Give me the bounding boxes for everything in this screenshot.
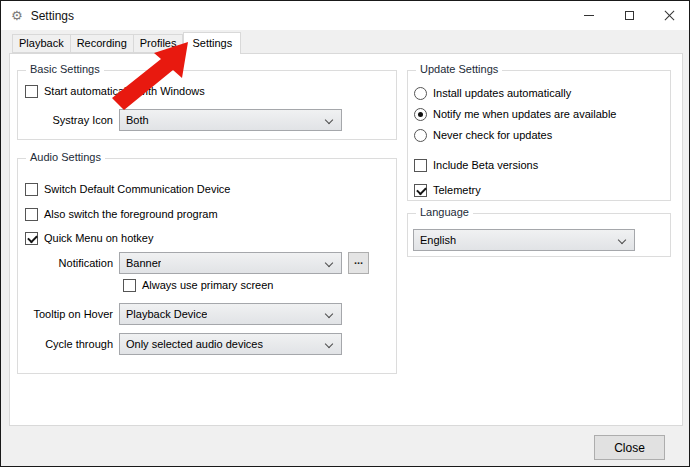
cycle-through-value: Only selected audio devices — [126, 338, 263, 350]
quick-menu-label: Quick Menu on hotkey — [44, 232, 153, 244]
never-check-label: Never check for updates — [433, 129, 552, 141]
include-beta-label: Include Beta versions — [433, 159, 538, 171]
minimize-button[interactable] — [569, 1, 609, 30]
window-title: Settings — [31, 9, 74, 23]
systray-icon-label: Systray Icon — [21, 112, 113, 128]
close-button[interactable]: Close — [594, 435, 665, 460]
window-controls — [569, 1, 689, 30]
cycle-through-label: Cycle through — [21, 336, 113, 352]
notify-updates-row: Notify me when updates are available — [414, 106, 616, 122]
close-window-button[interactable] — [649, 1, 689, 30]
language-value: English — [420, 234, 456, 246]
notification-value: Banner — [126, 257, 161, 269]
close-icon — [663, 9, 676, 22]
switch-comm-row: Switch Default Communication Device — [25, 181, 230, 197]
telemetry-row: Telemetry — [414, 182, 481, 198]
switch-foreground-row: Also switch the foreground program — [25, 206, 218, 222]
install-updates-label: Install updates automatically — [433, 87, 571, 99]
maximize-icon — [625, 11, 634, 20]
quick-menu-checkbox[interactable] — [25, 232, 38, 245]
language-title: Language — [416, 206, 473, 218]
always-primary-checkbox[interactable] — [123, 279, 136, 292]
tab-settings[interactable]: Settings — [183, 32, 241, 54]
telemetry-checkbox[interactable] — [414, 184, 427, 197]
never-check-row: Never check for updates — [414, 127, 552, 143]
install-updates-row: Install updates automatically — [414, 85, 571, 101]
chevron-down-icon — [325, 310, 333, 318]
switch-foreground-checkbox[interactable] — [25, 208, 38, 221]
settings-window: ⚙ Settings Playback Recording Profiles S… — [0, 0, 690, 467]
include-beta-checkbox[interactable] — [414, 159, 427, 172]
switch-foreground-label: Also switch the foreground program — [44, 208, 218, 220]
minimize-icon — [584, 15, 594, 16]
basic-settings-title: Basic Settings — [26, 63, 104, 75]
tooltip-hover-label: Tooltip on Hover — [21, 306, 113, 322]
chevron-down-icon — [325, 116, 333, 124]
tab-profiles[interactable]: Profiles — [134, 34, 184, 53]
install-updates-radio[interactable] — [414, 87, 427, 100]
always-primary-row: Always use primary screen — [123, 277, 273, 293]
chevron-down-icon — [618, 236, 626, 244]
switch-comm-label: Switch Default Communication Device — [44, 183, 230, 195]
audio-settings-title: Audio Settings — [26, 151, 105, 163]
telemetry-label: Telemetry — [433, 184, 481, 196]
systray-icon-value: Both — [126, 114, 149, 126]
tooltip-hover-combo[interactable]: Playback Device — [119, 303, 342, 325]
footer-bar — [1, 426, 689, 467]
never-check-radio[interactable] — [414, 129, 427, 142]
title-bar: ⚙ Settings — [1, 1, 689, 30]
always-primary-label: Always use primary screen — [142, 279, 273, 291]
notification-label: Notification — [21, 255, 113, 271]
notify-updates-label: Notify me when updates are available — [433, 108, 616, 120]
chevron-down-icon — [325, 340, 333, 348]
tab-playback[interactable]: Playback — [12, 34, 71, 53]
start-automatically-label: Start automatically with Windows — [44, 85, 205, 97]
language-combo[interactable]: English — [413, 229, 635, 251]
tab-strip: Playback Recording Profiles Settings — [12, 32, 241, 53]
notification-combo[interactable]: Banner — [119, 252, 342, 274]
switch-comm-checkbox[interactable] — [25, 183, 38, 196]
cycle-through-combo[interactable]: Only selected audio devices — [119, 333, 342, 355]
systray-icon-combo[interactable]: Both — [119, 109, 342, 131]
maximize-button[interactable] — [609, 1, 649, 30]
tab-recording[interactable]: Recording — [71, 34, 134, 53]
quick-menu-row: Quick Menu on hotkey — [25, 230, 153, 246]
gear-icon: ⚙ — [11, 9, 23, 22]
start-automatically-row: Start automatically with Windows — [25, 83, 205, 99]
update-settings-title: Update Settings — [416, 63, 502, 75]
chevron-down-icon — [325, 259, 333, 267]
tooltip-hover-value: Playback Device — [126, 308, 207, 320]
notify-updates-radio[interactable] — [414, 108, 427, 121]
notification-more-button[interactable]: ... — [348, 252, 369, 274]
start-automatically-checkbox[interactable] — [25, 85, 38, 98]
include-beta-row: Include Beta versions — [414, 157, 538, 173]
